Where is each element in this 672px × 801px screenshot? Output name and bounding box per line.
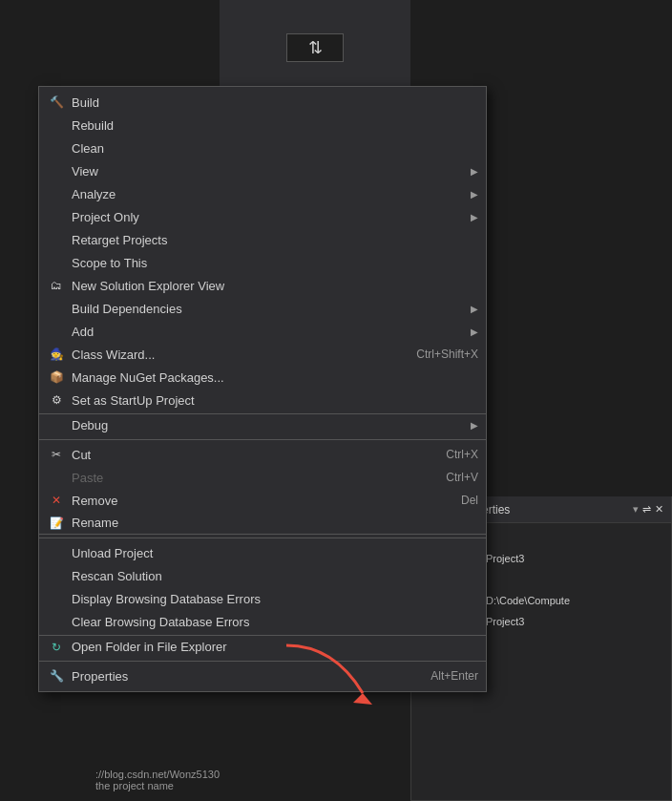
project-only-arrow-icon: ▶ [471,212,478,222]
cm-view[interactable]: View ▶ [39,159,486,182]
cm-analyze[interactable]: Analyze ▶ [39,182,486,205]
cm-cut[interactable]: ✂ Cut Ctrl+X [39,443,486,466]
view-arrow-icon: ▶ [471,166,478,177]
manage-nuget-icon: 📦 [47,368,66,387]
cm-rescan[interactable]: Rescan Solution [39,564,486,587]
rebuild-icon [47,116,66,135]
retarget-icon [47,230,66,249]
cm-rebuild[interactable]: Rebuild [39,114,486,137]
add-icon [47,322,66,341]
cm-clear-browse-label: Clear Browsing Database Errors [72,615,478,629]
cm-open-folder[interactable]: ↻ Open Folder in File Explorer [39,635,486,658]
cm-clear-browse[interactable]: Clear Browsing Database Errors [39,610,486,633]
cm-remove-shortcut: Del [442,494,478,507]
class-wizard-icon: 🧙 [47,345,66,364]
scope-icon [47,253,66,272]
cm-rename[interactable]: 📝 Rename [39,512,486,535]
add-arrow-icon: ▶ [471,327,478,337]
props-dropdown-icon[interactable]: ▾ [633,503,639,516]
cm-retarget-label: Retarget Projects [72,233,478,247]
cm-build-dep[interactable]: Build Dependencies ▶ [39,297,486,320]
open-folder-icon: ↻ [47,638,66,657]
debug-icon [47,416,66,435]
cm-project-only-label: Project Only [72,210,465,224]
cm-build[interactable]: 🔨 Build [39,91,486,114]
url-annotation: ://blog.csdn.net/Wonz5130 the project na… [95,769,220,791]
cm-clean-label: Clean [72,141,478,156]
cm-display-browse[interactable]: Display Browsing Database Errors [39,587,486,610]
props-pin-icon[interactable]: ⇌ [642,503,651,516]
analyze-arrow-icon: ▶ [471,189,478,200]
cm-new-view-label: New Solution Explorer View [72,279,478,293]
cm-debug[interactable]: Debug ▶ [39,413,486,436]
cm-scope-label: Scope to This [72,256,478,270]
rescan-icon [47,566,66,585]
cm-set-startup-label: Set as StartUp Project [72,393,478,408]
cm-retarget[interactable]: Retarget Projects [39,228,486,251]
cm-paste-label: Paste [72,471,421,485]
cm-build-label: Build [72,95,478,110]
thumbnail-preview: ⇅ [220,0,410,95]
cm-class-wizard-shortcut: Ctrl+Shift+X [397,348,478,361]
cm-properties-shortcut: Alt+Enter [411,669,478,683]
cm-unload[interactable]: Unload Project [39,541,486,564]
cm-new-view[interactable]: 🗂 New Solution Explorer View [39,274,486,297]
cm-set-startup[interactable]: ⚙ Set as StartUp Project [39,389,486,411]
paste-icon [47,468,66,487]
analyze-icon [47,184,66,203]
cm-remove[interactable]: ✕ Remove Del [39,489,486,512]
project-only-icon [47,207,66,226]
annotation-text: the project name [95,780,174,791]
cm-project-only[interactable]: Project Only ▶ [39,205,486,228]
cm-separator-3 [39,661,486,662]
cm-cut-label: Cut [72,448,421,462]
new-view-icon: 🗂 [47,276,66,295]
properties-icon: 🔧 [47,666,66,685]
build-dep-arrow-icon: ▶ [471,304,478,314]
cm-separator-2 [39,538,486,538]
cm-rebuild-label: Rebuild [72,118,478,133]
rename-icon: 📝 [47,514,66,533]
cm-class-wizard-label: Class Wizard... [72,348,391,362]
cm-view-label: View [72,164,465,179]
cm-add[interactable]: Add ▶ [39,320,486,343]
cm-display-browse-label: Display Browsing Database Errors [72,592,478,606]
cm-unload-label: Unload Project [72,546,478,560]
props-file-value: D:\Code\Compute [486,595,570,606]
debug-arrow-icon: ▶ [471,420,478,431]
view-icon [47,161,66,180]
unload-icon [47,543,66,562]
cm-debug-label: Debug [72,418,465,432]
cm-properties-label: Properties [72,669,406,684]
clear-browse-icon [47,612,66,631]
remove-icon: ✕ [47,491,66,510]
cm-cut-shortcut: Ctrl+X [427,448,478,461]
cm-manage-nuget[interactable]: 📦 Manage NuGet Packages... [39,366,486,389]
build-icon: 🔨 [47,93,66,112]
cm-open-folder-label: Open Folder in File Explorer [72,640,478,654]
cut-icon: ✂ [47,445,66,464]
cm-add-label: Add [72,325,465,339]
cm-analyze-label: Analyze [72,187,465,201]
cm-remove-label: Remove [72,494,436,508]
cm-paste[interactable]: Paste Ctrl+V [39,466,486,489]
props-name-value: Project3 [486,553,524,564]
cm-rename-label: Rename [72,516,478,530]
cm-class-wizard[interactable]: 🧙 Class Wizard... Ctrl+Shift+X [39,343,486,366]
build-dep-icon [47,299,66,318]
clean-icon [47,138,66,158]
context-menu: 🔨 Build Rebuild Clean View ▶ Analyze ▶ P… [38,86,487,692]
cm-build-dep-label: Build Dependencies [72,302,465,316]
cm-scope[interactable]: Scope to This [39,251,486,274]
props-close-icon[interactable]: ✕ [655,503,663,516]
display-browse-icon [47,589,66,608]
cm-manage-nuget-label: Manage NuGet Packages... [72,370,478,385]
cm-separator-1 [39,439,486,440]
set-startup-icon: ⚙ [47,390,66,410]
cm-paste-shortcut: Ctrl+V [427,471,478,484]
cm-properties[interactable]: 🔧 Properties Alt+Enter [39,664,486,687]
cm-clean[interactable]: Clean [39,137,486,159]
props-namespace-value: Project3 [486,616,524,627]
thumbnail-inner: ⇅ [286,33,344,62]
cm-rescan-label: Rescan Solution [72,569,478,583]
